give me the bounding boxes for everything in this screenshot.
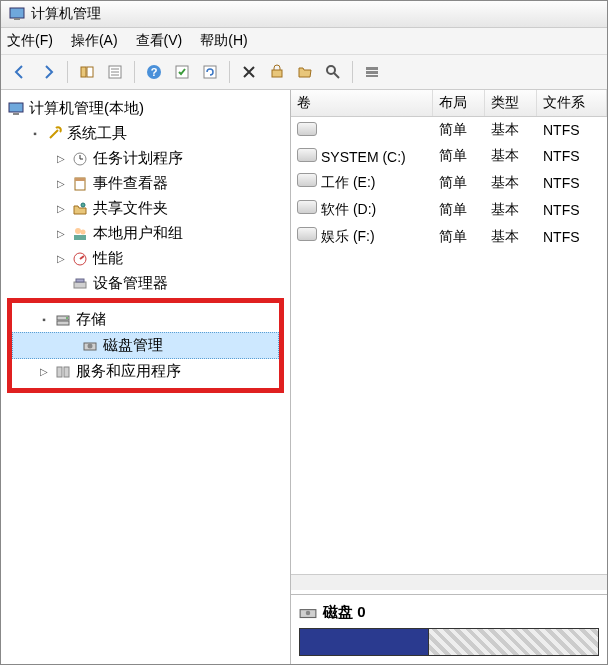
back-button[interactable] — [7, 59, 33, 85]
disk-label: 磁盘 0 — [323, 603, 366, 622]
tree-label: 计算机管理(本地) — [29, 99, 144, 118]
separator — [352, 61, 353, 83]
properties-button[interactable] — [102, 59, 128, 85]
tree-disk-management[interactable]: 磁盘管理 — [12, 332, 279, 359]
col-filesystem[interactable]: 文件系 — [537, 90, 607, 116]
expand-icon[interactable]: ▷ — [55, 178, 67, 190]
volume-layout: 简单 — [433, 199, 485, 221]
refresh-button[interactable] — [197, 59, 223, 85]
drive-icon — [297, 173, 317, 187]
tree-label: 设备管理器 — [93, 274, 168, 293]
window-title: 计算机管理 — [31, 5, 101, 23]
drive-icon — [297, 148, 317, 162]
volume-layout: 简单 — [433, 145, 485, 167]
volume-fs: NTFS — [537, 146, 607, 166]
volume-row[interactable]: 简单基本NTFS — [291, 117, 607, 143]
expand-icon[interactable]: ▷ — [55, 203, 67, 215]
settings-button[interactable] — [264, 59, 290, 85]
expand-icon[interactable]: ▷ — [55, 153, 67, 165]
disk-partition-primary[interactable] — [299, 628, 429, 656]
disk-partition-other[interactable] — [429, 628, 599, 656]
drive-icon — [297, 227, 317, 241]
volume-fs: NTFS — [537, 200, 607, 220]
col-type[interactable]: 类型 — [485, 90, 537, 116]
expand-icon[interactable]: ▷ — [55, 228, 67, 240]
share-icon — [71, 200, 89, 218]
tree-services-apps[interactable]: ▷ 服务和应用程序 — [12, 359, 279, 384]
svg-rect-39 — [64, 367, 69, 377]
volume-row[interactable]: 软件 (D:)简单基本NTFS — [291, 196, 607, 223]
collapse-icon[interactable]: ▪ — [29, 128, 41, 140]
volume-name: 软件 (D:) — [321, 201, 376, 217]
tree-label: 系统工具 — [67, 124, 127, 143]
horizontal-scrollbar[interactable] — [291, 574, 607, 590]
volume-type: 基本 — [485, 226, 537, 248]
performance-icon — [71, 250, 89, 268]
svg-rect-34 — [57, 321, 69, 325]
svg-rect-18 — [9, 103, 23, 112]
svg-rect-2 — [81, 67, 86, 77]
svg-rect-16 — [366, 71, 378, 74]
content-area: 计算机管理(本地) ▪ 系统工具 ▷ 任务计划程序 ▷ 事件查看器 ▷ 共享文件 — [1, 90, 607, 664]
disk-label-row: 磁盘 0 — [299, 603, 599, 622]
separator — [67, 61, 68, 83]
svg-point-35 — [66, 317, 68, 319]
tree-device-manager[interactable]: 设备管理器 — [3, 271, 288, 296]
tree-performance[interactable]: ▷ 性能 — [3, 246, 288, 271]
toolbar: ? — [1, 55, 607, 90]
tree-root[interactable]: 计算机管理(本地) — [3, 96, 288, 121]
col-layout[interactable]: 布局 — [433, 90, 485, 116]
open-button[interactable] — [292, 59, 318, 85]
volume-row[interactable]: 娱乐 (F:)简单基本NTFS — [291, 223, 607, 250]
tree-label: 事件查看器 — [93, 174, 168, 193]
services-icon — [54, 363, 72, 381]
disk-icon — [81, 337, 99, 355]
tree-panel: 计算机管理(本地) ▪ 系统工具 ▷ 任务计划程序 ▷ 事件查看器 ▷ 共享文件 — [1, 90, 291, 664]
action-button[interactable] — [169, 59, 195, 85]
tree-label: 磁盘管理 — [103, 336, 163, 355]
volume-row[interactable]: 工作 (E:)简单基本NTFS — [291, 169, 607, 196]
computer-icon — [7, 100, 25, 118]
disk-partition-bar — [299, 628, 599, 656]
expand-icon[interactable]: ▷ — [38, 366, 50, 378]
blank-icon — [55, 278, 67, 290]
tree-local-users[interactable]: ▷ 本地用户和组 — [3, 221, 288, 246]
svg-rect-38 — [57, 367, 62, 377]
separator — [134, 61, 135, 83]
tree-storage[interactable]: ▪ 存储 — [12, 307, 279, 332]
svg-rect-15 — [366, 67, 378, 70]
svg-rect-24 — [75, 178, 85, 181]
forward-button[interactable] — [35, 59, 61, 85]
svg-rect-1 — [14, 18, 20, 20]
list-button[interactable] — [359, 59, 385, 85]
svg-rect-12 — [272, 70, 282, 77]
tree-system-tools[interactable]: ▪ 系统工具 — [3, 121, 288, 146]
find-button[interactable] — [320, 59, 346, 85]
menubar: 文件(F) 操作(A) 查看(V) 帮助(H) — [1, 28, 607, 55]
menu-action[interactable]: 操作(A) — [71, 32, 118, 50]
tree-event-viewer[interactable]: ▷ 事件查看器 — [3, 171, 288, 196]
svg-rect-0 — [10, 8, 24, 18]
svg-rect-19 — [13, 113, 19, 115]
drive-icon — [297, 200, 317, 214]
volume-panel: 卷 布局 类型 文件系 简单基本NTFSSYSTEM (C:)简单基本NTFS工… — [291, 90, 607, 664]
show-hide-tree-button[interactable] — [74, 59, 100, 85]
menu-help[interactable]: 帮助(H) — [200, 32, 247, 50]
volume-row[interactable]: SYSTEM (C:)简单基本NTFS — [291, 143, 607, 169]
delete-button[interactable] — [236, 59, 262, 85]
svg-point-25 — [81, 203, 85, 207]
menu-view[interactable]: 查看(V) — [136, 32, 183, 50]
svg-point-27 — [81, 229, 86, 234]
clock-icon — [71, 150, 89, 168]
svg-point-41 — [306, 610, 311, 615]
svg-rect-17 — [366, 75, 378, 77]
app-icon — [9, 6, 25, 22]
expand-icon[interactable]: ▷ — [55, 253, 67, 265]
help-button[interactable]: ? — [141, 59, 167, 85]
tree-shared-folders[interactable]: ▷ 共享文件夹 — [3, 196, 288, 221]
collapse-icon[interactable]: ▪ — [38, 314, 50, 326]
menu-file[interactable]: 文件(F) — [7, 32, 53, 50]
col-volume[interactable]: 卷 — [291, 90, 433, 116]
tree-label: 本地用户和组 — [93, 224, 183, 243]
tree-task-scheduler[interactable]: ▷ 任务计划程序 — [3, 146, 288, 171]
